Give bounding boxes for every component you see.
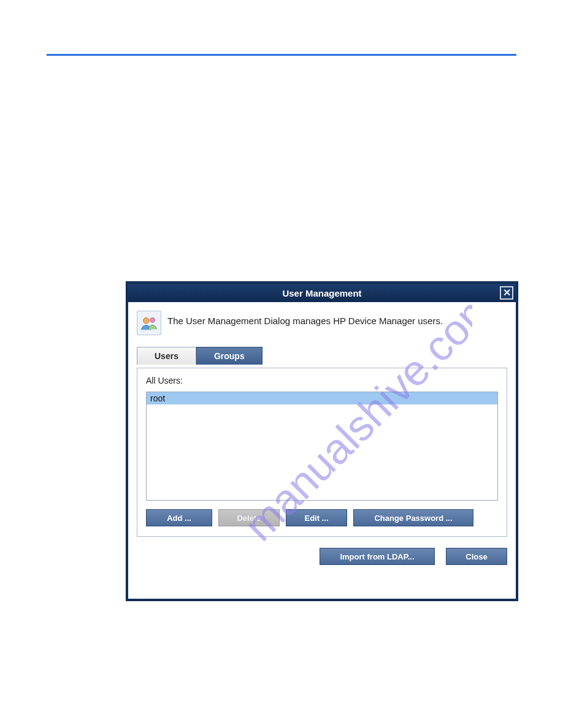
all-users-label: All Users: [146,376,498,385]
horizontal-rule [47,54,516,56]
add-button[interactable]: Add ... [146,509,212,526]
edit-button[interactable]: Edit ... [286,509,347,526]
dialog-footer: Import from LDAP... Close [137,548,507,565]
close-button[interactable]: Close [446,548,507,565]
tab-users[interactable]: Users [137,347,196,365]
import-from-ldap-button[interactable]: Import from LDAP... [320,548,435,565]
list-item[interactable]: root [147,392,497,404]
change-password-button[interactable]: Change Password ... [353,509,473,526]
user-actions-row: Add ... Delete Edit ... Change Password … [146,509,498,526]
svg-point-2 [150,318,155,323]
dialog-description: The User Management Dialog manages HP De… [167,311,443,326]
users-panel: All Users: root Add ... Delete Edit ... … [137,368,507,537]
delete-button: Delete [218,509,280,526]
description-row: The User Management Dialog manages HP De… [137,311,507,335]
tab-groups[interactable]: Groups [196,347,262,365]
dialog-titlebar: User Management ✕ [128,284,516,302]
dialog-body: The User Management Dialog manages HP De… [128,302,516,574]
tab-bar: Users Groups [137,346,507,364]
users-color-icon [137,311,161,335]
user-management-dialog: User Management ✕ The User Management Di… [126,282,518,601]
users-listbox[interactable]: root [146,392,498,501]
close-icon[interactable]: ✕ [500,286,513,300]
dialog-title: User Management [282,288,361,298]
svg-point-1 [144,318,149,324]
